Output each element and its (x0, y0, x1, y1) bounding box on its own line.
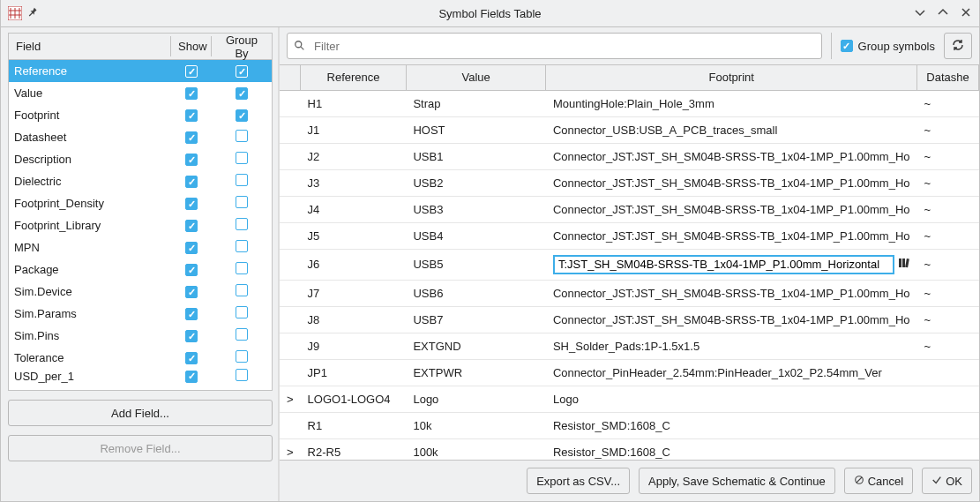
field-row[interactable]: Package (9, 258, 272, 281)
ok-button[interactable]: OK (922, 468, 972, 494)
show-checkbox[interactable] (185, 198, 198, 210)
table-row[interactable]: JP1EXTPWRConnector_PinHeader_2.54mm:PinH… (280, 359, 979, 386)
cell-value[interactable]: USB6 (406, 280, 546, 306)
show-checkbox[interactable] (185, 176, 198, 188)
show-checkbox[interactable] (185, 264, 198, 276)
table-row[interactable]: J9EXTGNDSH_Solder_Pads:1P-1.5x1.5~ (280, 333, 979, 359)
filter-input[interactable] (287, 33, 822, 59)
show-checkbox[interactable] (185, 286, 198, 298)
field-row[interactable]: Value (9, 82, 272, 104)
cell-footprint[interactable]: SH_Solder_Pads:1P-1.5x1.5 (546, 333, 917, 359)
header-field[interactable]: Field (9, 36, 171, 56)
cell-datasheet[interactable]: ~ (917, 90, 979, 116)
grid-header-reference[interactable]: Reference (301, 65, 407, 90)
cell-reference[interactable]: JP1 (301, 359, 407, 386)
table-row[interactable]: J3USB2Connector_JST:JST_SH_SM04B-SRSS-TB… (280, 169, 979, 196)
symbol-grid[interactable]: Reference Value Footprint Datashe H1Stra… (280, 64, 979, 460)
apply-save-button[interactable]: Apply, Save Schematic & Continue (639, 468, 835, 494)
cell-datasheet[interactable]: ~ (917, 196, 979, 222)
cell-footprint[interactable]: Connector_JST:JST_SH_SM04B-SRSS-TB_1x04-… (546, 196, 917, 222)
cell-value[interactable]: EXTPWR (406, 359, 546, 386)
cell-reference[interactable]: J5 (301, 222, 407, 249)
cell-value[interactable]: Strap (406, 90, 546, 116)
cell-footprint[interactable]: Logo (546, 386, 917, 412)
cell-value[interactable]: USB2 (406, 169, 546, 196)
footprint-edit-input[interactable] (553, 255, 894, 274)
show-checkbox[interactable] (185, 242, 198, 254)
groupby-checkbox[interactable] (236, 218, 248, 230)
cell-value[interactable]: 100k (406, 438, 546, 460)
cell-datasheet[interactable]: ~ (917, 222, 979, 249)
show-checkbox[interactable] (185, 131, 198, 144)
field-row[interactable]: MPN (9, 236, 272, 258)
cell-value[interactable]: 10k (406, 412, 546, 438)
cell-footprint[interactable]: MountingHole:Plain_Hole_3mm (546, 90, 917, 116)
groupby-checkbox[interactable] (236, 130, 248, 142)
cell-value[interactable]: USB7 (406, 306, 546, 333)
cell-footprint[interactable] (546, 249, 917, 280)
table-row[interactable]: J2USB1Connector_JST:JST_SH_SM04B-SRSS-TB… (280, 143, 979, 169)
show-checkbox[interactable] (185, 65, 198, 78)
grid-header-footprint[interactable]: Footprint (546, 65, 917, 90)
table-row[interactable]: H1StrapMountingHole:Plain_Hole_3mm~ (280, 90, 979, 116)
field-row[interactable]: Sim.Params (9, 303, 272, 325)
cell-value[interactable]: USB3 (406, 196, 546, 222)
cell-reference[interactable]: H1 (301, 90, 407, 116)
table-row[interactable]: J8USB7Connector_JST:JST_SH_SM04B-SRSS-TB… (280, 306, 979, 333)
minimize-button[interactable] (914, 6, 926, 21)
show-checkbox[interactable] (185, 87, 198, 100)
cell-value[interactable]: USB1 (406, 143, 546, 169)
groupby-checkbox[interactable] (236, 306, 248, 318)
cell-reference[interactable]: LOGO1-LOGO4 (301, 386, 407, 412)
cell-footprint[interactable]: Connector_JST:JST_SH_SM04B-SRSS-TB_1x04-… (546, 280, 917, 306)
cell-reference[interactable]: R2-R5 (301, 438, 407, 460)
table-row[interactable]: >LOGO1-LOGO4LogoLogo (280, 386, 979, 412)
groupby-checkbox[interactable] (236, 328, 248, 341)
cell-datasheet[interactable] (917, 359, 979, 386)
show-checkbox[interactable] (185, 154, 198, 166)
cell-footprint[interactable]: Connector_JST:JST_SH_SM04B-SRSS-TB_1x04-… (546, 143, 917, 169)
show-checkbox[interactable] (185, 371, 198, 383)
cell-value[interactable]: HOST (406, 116, 546, 143)
cell-datasheet[interactable] (917, 386, 979, 412)
groupby-checkbox[interactable] (236, 240, 248, 252)
show-checkbox[interactable] (185, 109, 198, 122)
cell-datasheet[interactable]: ~ (917, 249, 979, 280)
cell-footprint[interactable]: Connector_JST:JST_SH_SM04B-SRSS-TB_1x04-… (546, 306, 917, 333)
cell-reference[interactable]: J4 (301, 196, 407, 222)
groupby-checkbox[interactable] (236, 284, 248, 296)
groupby-checkbox[interactable] (236, 262, 248, 274)
show-checkbox[interactable] (185, 352, 198, 364)
groupby-checkbox[interactable] (236, 87, 248, 100)
cell-datasheet[interactable]: ~ (917, 280, 979, 306)
groupby-checkbox[interactable] (236, 109, 248, 122)
table-row[interactable]: J1HOSTConnector_USB:USB_A_PCB_traces_sma… (280, 116, 979, 143)
table-row[interactable]: J7USB6Connector_JST:JST_SH_SM04B-SRSS-TB… (280, 280, 979, 306)
header-groupby[interactable]: Group By (212, 33, 272, 64)
cell-value[interactable]: USB4 (406, 222, 546, 249)
header-show[interactable]: Show (171, 36, 212, 56)
cell-datasheet[interactable] (917, 412, 979, 438)
cell-datasheet[interactable]: ~ (917, 333, 979, 359)
cell-footprint[interactable]: Connector_PinHeader_2.54mm:PinHeader_1x0… (546, 359, 917, 386)
cell-datasheet[interactable]: ~ (917, 306, 979, 333)
expand-toggle[interactable]: > (280, 386, 301, 412)
cell-reference[interactable]: J7 (301, 280, 407, 306)
cell-footprint[interactable]: Resistor_SMD:1608_C (546, 412, 917, 438)
table-row[interactable]: J5USB4Connector_JST:JST_SH_SM04B-SRSS-TB… (280, 222, 979, 249)
group-symbols-toggle[interactable]: Group symbols (841, 40, 935, 53)
cell-value[interactable]: Logo (406, 386, 546, 412)
groupby-checkbox[interactable] (236, 174, 248, 186)
field-row[interactable]: Sim.Pins (9, 325, 272, 347)
cell-reference[interactable]: J6 (301, 249, 407, 280)
grid-header-value[interactable]: Value (406, 65, 546, 90)
export-csv-button[interactable]: Export as CSV... (527, 468, 630, 494)
groupby-checkbox[interactable] (236, 196, 248, 208)
remove-field-button[interactable]: Remove Field... (8, 435, 273, 461)
show-checkbox[interactable] (185, 330, 198, 342)
field-row[interactable]: Dielectric (9, 170, 272, 192)
cell-footprint[interactable]: Connector_JST:JST_SH_SM04B-SRSS-TB_1x04-… (546, 169, 917, 196)
cell-reference[interactable]: J8 (301, 306, 407, 333)
cell-footprint[interactable]: Connector_JST:JST_SH_SM04B-SRSS-TB_1x04-… (546, 222, 917, 249)
field-row[interactable]: Footprint_Library (9, 214, 272, 236)
